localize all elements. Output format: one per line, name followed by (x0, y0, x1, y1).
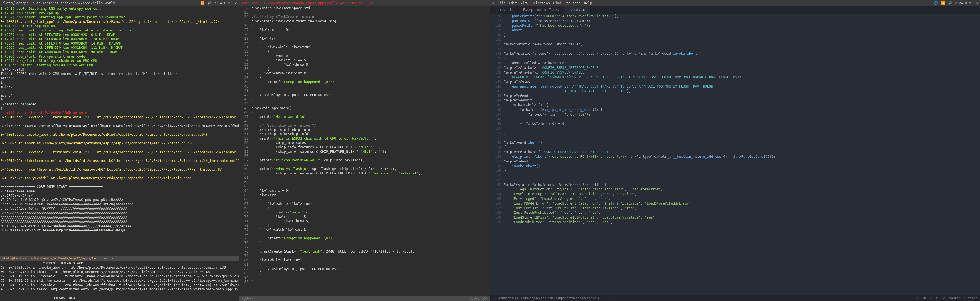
core-dump-line: AAAAAAAAAAAAAAAAAAAAAAAAAAAAAAAAAAAAAAAA… (0, 215, 239, 220)
code-line (252, 154, 490, 158)
code-line: "InstrFetchProhibited", "res", "res", "r… (504, 210, 980, 215)
menu-find[interactable]: Find (553, 1, 561, 5)
atom-code-content[interactable]: panicPutStr("***ERROR*** A stack overflo… (504, 14, 980, 295)
encoding[interactable]: UTF-8 (923, 296, 932, 300)
backtrace-line (0, 163, 239, 168)
abort-message: abort() was called at PC 0x400f13db on c… (0, 111, 239, 115)
boot-log-line: I (293) heap_init: At 3FFE4350 len 0001B… (0, 46, 239, 50)
clock-text-right[interactable]: 7:24 M.M. (955, 1, 973, 5)
code-line (252, 275, 490, 280)
gear-icon[interactable]: ⚙ (235, 1, 237, 5)
code-line (252, 102, 490, 106)
code-line: esp_chip_info_t chip_info; (252, 128, 490, 132)
code-line: "a-pre">#else (504, 79, 980, 84)
line-ending[interactable]: LF (915, 296, 919, 300)
system-menubar: plato@laptop: ~/Documents/ezPanda/esp32/… (0, 0, 239, 6)
code-line: "a-kw">static "a-kw">bool abort_called; (504, 42, 980, 47)
menu-packages[interactable]: Packages (565, 1, 581, 5)
code-line: { (252, 206, 490, 210)
code-line: { (252, 197, 490, 202)
wifi-icon[interactable]: 📶 (200, 1, 205, 5)
app-output-line: 1 (0, 80, 239, 85)
cursor-position[interactable]: 1:1 (607, 296, 613, 300)
code-line: "a-type">__asm__ ("break 0,0"); (504, 112, 980, 117)
code-line: (chip_info.features & CHIP_FEATURE_BT) ?… (252, 145, 490, 150)
code-line (504, 178, 980, 183)
file-path[interactable]: ~/Documents/ezPanda/esp32/esp-idf/compon… (493, 296, 600, 300)
editor-mode: -UU--- (242, 296, 254, 301)
code-line: "InstrPDAddrError", "LoadStorePIFDataErr… (504, 201, 980, 206)
menu-selection[interactable]: Selection (532, 1, 550, 5)
code-line: { (252, 232, 490, 237)
code-line: printf("%dMB %s flash\n", spi_flash_get_… (252, 167, 490, 171)
wifi-icon[interactable]: 📶 (941, 1, 945, 5)
code-line: "InstTLBMiss", "InstTLBMultiHit", "InstF… (504, 206, 980, 211)
code-content[interactable]: "kw">using "kw">namespace std; //called … (251, 6, 490, 296)
code-line: "Level1Interrupt", "Alloca", "IntegerDiv… (504, 192, 980, 197)
backtrace-line (0, 137, 239, 142)
git-branch[interactable]: master (950, 296, 961, 300)
atom-line-gutter: 126 127 128 129 130 131 132 133 134 135 … (490, 14, 504, 295)
app-output-line: Exception happened ! (0, 102, 239, 107)
terminal-pane: plato@laptop: ~/Documents/ezPanda/esp32/… (0, 0, 239, 301)
atom-logo-icon[interactable]: ⚛ (492, 1, 494, 5)
boot-log-line: I (0) cpu_start: Starting scheduler on A… (0, 63, 239, 68)
code-line: (chip_info.features & CHIP_FEATURE_BLE) … (252, 150, 490, 154)
backtrace-line: 0x400f13db: __cxxabiv1::__terminate(void… (0, 150, 239, 155)
code-line: { (504, 145, 980, 150)
boot-log-line: I (300) heap_init: At 400894D8 len 00016… (0, 50, 239, 54)
menu-edit[interactable]: Edit (509, 1, 517, 5)
code-line: { (252, 76, 490, 80)
code-line (252, 162, 490, 167)
sound-icon[interactable]: 🔊 (948, 1, 952, 5)
menu-file[interactable]: File (498, 1, 506, 5)
thread-stack-pane[interactable]: ==================== CURRENT THREAD STAC… (0, 261, 239, 301)
code-line: esp_chip_info(&chip_info); (252, 132, 490, 136)
language-mode[interactable]: C (936, 296, 938, 300)
boot-log-line: I (327) cpu_start: Starting scheduler on… (0, 59, 239, 63)
code-line: } (252, 85, 490, 89)
code-line: { (252, 110, 490, 115)
code-editor-body[interactable]: 22 23 24 25 26 27 28 29 30 31 32 33 34 3… (239, 6, 490, 296)
code-line: "a-pre">#"a-kw">if CONFIG_ESP32_APPTRACE… (504, 66, 980, 70)
code-line: "a-kw">if (esp_cpu_in_ocd_debug_mode()) … (504, 107, 980, 112)
code-line: printf("Exception happened !\n"); (252, 80, 490, 85)
gear-icon[interactable]: ⚙ (976, 1, 978, 5)
tab-panic-c[interactable]: panic.c (565, 6, 591, 14)
code-line: /* Print chip information */ (252, 123, 490, 128)
code-line: xTaskCreate(&tasky, "test_task", 2048, N… (252, 250, 490, 254)
tab-exception-in-tasks[interactable]: Exception in Tasks (517, 6, 565, 14)
code-line: "kw">void app_main() (252, 106, 490, 110)
code-line: "a-pre">#"a-kw">if CONFIG_SYSVIEW_ENABLE (504, 70, 980, 75)
app-output-line: This is ESP32 chip with 2 CPU cores, WiF… (0, 72, 239, 76)
sound-icon[interactable]: 🔊 (207, 1, 212, 5)
git-fetch[interactable]: 0 files (964, 296, 977, 300)
browser-icon[interactable]: 🌐 (934, 1, 938, 5)
code-line: "kw">static "kw">void tasky("kw">void *a… (252, 19, 490, 24)
tab-core-dat[interactable]: core.dat (490, 6, 517, 14)
code-line: cout < (252, 54, 490, 59)
code-line: { (252, 23, 490, 28)
core-dump-line: YJL7PzCv+z1pWi8Cn7P+gO+z+we7s/4Ch7PwEAAA… (0, 198, 239, 202)
editor-title-path: main.cpp + (~/Documents/ezPanda/esp32/ap… (242, 1, 374, 5)
atom-window: ⚛ FileEditViewSelectionFindPackagesHelp … (490, 0, 980, 301)
menu-view[interactable]: View (520, 1, 528, 5)
code-line (252, 89, 490, 93)
code-line: "a-kw">static "a-type">__attribute__(("a… (504, 51, 980, 56)
code-line: "a-pre">#endif (504, 98, 980, 103)
stack-frame-line: #4 0x400e39e6 in __cxxabiv1::__cxa_throw… (0, 283, 239, 288)
code-line: "kw">try (252, 37, 490, 41)
core-dump-line: /BcAAAApAAAA8AQAA (0, 189, 239, 194)
menu-help[interactable]: Help (584, 1, 592, 5)
code-line: "Privileged", "LoadStoreAlignment", "res… (504, 197, 980, 201)
code-line: *(("a-kw">int*) 0) = 0; (504, 122, 980, 126)
terminal-output[interactable]: I (248) boot: Disabling RNG early entrop… (0, 6, 239, 256)
code-line: "kw">if (i == 5) (252, 58, 490, 63)
clock-text[interactable]: 7:24 M.M. (215, 1, 232, 5)
code-line: "kw">using "kw">namespace std; (252, 6, 490, 11)
backtrace-line: 0x4008745f: abort at /home/plato/Documen… (0, 141, 239, 146)
boot-log-line: I (275) heap_init: At 3FFAE6E0 len 00001… (0, 33, 239, 37)
boot-log-line: I (281) heap_init: At 3FFB8420 len 00028… (0, 37, 239, 42)
backtrace-line (0, 172, 239, 176)
code-line: "kw">while ("kw">true) (252, 202, 490, 206)
